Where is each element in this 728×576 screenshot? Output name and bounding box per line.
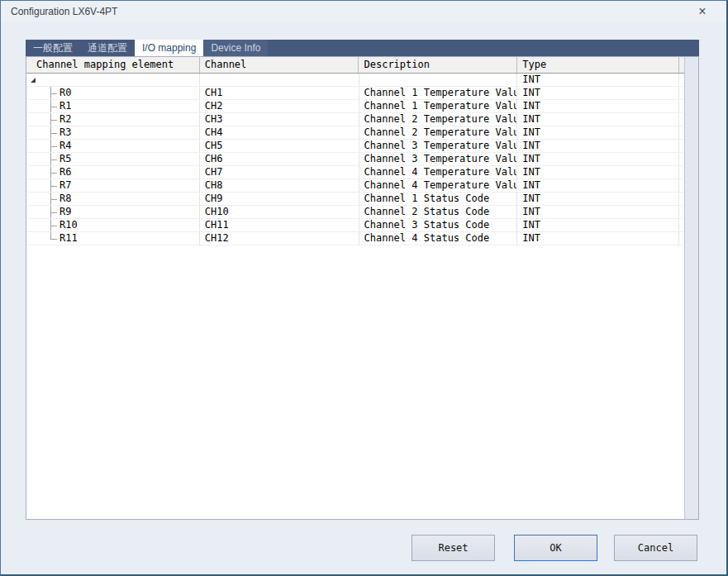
table-row[interactable]: R2 CH3 Channel 2 Temperature Value L INT	[26, 113, 684, 126]
cell-channel: CH10	[200, 206, 359, 218]
cell-channel: CH6	[200, 153, 359, 165]
cell-channel: CH9	[200, 193, 359, 205]
cell-element: R6	[59, 166, 71, 179]
cell-channel: CH2	[200, 100, 359, 112]
cell-element: R8	[59, 193, 71, 205]
column-header[interactable]: Channel mapping element	[26, 57, 200, 73]
cell-channel	[200, 74, 359, 86]
table-row[interactable]: R0 CH1 Channel 1 Temperature Value L INT	[26, 87, 684, 100]
table-row[interactable]: R5 CH6 Channel 3 Temperature Value H INT	[26, 153, 684, 166]
tab-2[interactable]: I/O mapping	[135, 40, 203, 56]
ok-button[interactable]: OK	[514, 535, 597, 561]
cell-description: Channel 3 Status Code	[359, 219, 518, 231]
cell-channel: CH3	[200, 113, 359, 126]
table-row[interactable]: R3 CH4 Channel 2 Temperature Value H INT	[26, 126, 684, 140]
cell-type: INT	[517, 113, 679, 126]
tree-branch-icon	[50, 193, 59, 205]
cell-type: INT	[517, 206, 679, 218]
tree-branch-icon	[50, 166, 59, 179]
cell-type: INT	[517, 87, 679, 99]
cell-description: Channel 2 Temperature Value L	[359, 113, 518, 126]
cell-type: INT	[517, 100, 679, 112]
column-header[interactable]: Channel	[200, 57, 359, 73]
cell-description: Channel 1 Status Code	[359, 193, 518, 205]
cell-element: R7	[59, 179, 71, 192]
cell-channel: CH11	[200, 219, 359, 231]
table-row[interactable]: R11 CH12 Channel 4 Status Code INT	[26, 232, 684, 245]
cell-element: R4	[59, 140, 71, 152]
window-title: Configuration LX6V-4PT	[11, 6, 117, 17]
tree-branch-icon	[50, 100, 59, 112]
cell-channel: CH8	[200, 179, 359, 192]
io-mapping-tabpage: Channel mapping elementChannelDescriptio…	[26, 56, 699, 520]
table-row[interactable]: R4 CH5 Channel 3 Temperature Value L INT	[26, 140, 684, 153]
table-row[interactable]: R9 CH10 Channel 2 Status Code INT	[26, 206, 684, 219]
cell-description: Channel 3 Temperature Value H	[359, 153, 518, 165]
configuration-dialog: Configuration LX6V-4PT × 一般配置通道配置I/O map…	[0, 0, 728, 576]
cell-type: INT	[517, 166, 679, 179]
cell-type: INT	[517, 153, 679, 165]
cell-channel: CH1	[200, 87, 359, 99]
table-root-row[interactable]: INT	[26, 74, 684, 87]
table-row[interactable]: R1 CH2 Channel 1 Temperature Value H INT	[26, 100, 684, 113]
tab-0[interactable]: 一般配置	[26, 40, 80, 56]
cell-channel: CH12	[200, 232, 359, 245]
titlebar: Configuration LX6V-4PT ×	[1, 1, 726, 22]
cell-type: INT	[517, 193, 679, 205]
table-row[interactable]: R7 CH8 Channel 4 Temperature Value H INT	[26, 179, 684, 193]
table-header-row: Channel mapping elementChannelDescriptio…	[26, 57, 684, 74]
table-row[interactable]: R8 CH9 Channel 1 Status Code INT	[26, 193, 684, 206]
tree-branch-icon	[50, 219, 59, 231]
cell-type: INT	[517, 179, 679, 192]
cell-description	[359, 74, 518, 86]
tree-branch-icon	[50, 126, 59, 139]
tab-1[interactable]: 通道配置	[80, 40, 135, 56]
tab-strip: 一般配置通道配置I/O mappingDevice Info	[26, 40, 699, 56]
cell-element: R2	[59, 113, 71, 126]
cell-description: Channel 4 Temperature Value H	[359, 179, 518, 192]
mapping-table: Channel mapping elementChannelDescriptio…	[26, 57, 685, 519]
cell-type: INT	[517, 219, 679, 231]
cell-channel: CH5	[200, 140, 359, 152]
cell-element: R9	[59, 206, 71, 218]
cell-type: INT	[517, 232, 679, 245]
cell-type: INT	[517, 126, 679, 139]
table-row[interactable]: R10 CH11 Channel 3 Status Code INT	[26, 219, 684, 232]
tree-branch-icon	[50, 87, 59, 99]
column-header	[679, 57, 684, 73]
cell-description: Channel 1 Temperature Value H	[359, 100, 518, 112]
cell-description: Channel 2 Temperature Value H	[359, 126, 518, 139]
tree-branch-icon	[50, 140, 59, 152]
tree-branch-icon	[50, 206, 59, 218]
cell-element: R1	[59, 100, 71, 112]
cell-element: R0	[59, 87, 71, 99]
tab-3[interactable]: Device Info	[203, 40, 268, 56]
table-row[interactable]: R6 CH7 Channel 4 Temperature Value L INT	[26, 166, 684, 179]
tree-branch-icon	[50, 232, 59, 245]
column-header[interactable]: Type	[517, 57, 679, 73]
cell-element: R3	[59, 126, 71, 139]
column-header[interactable]: Description	[359, 57, 517, 73]
reset-button[interactable]: Reset	[412, 535, 495, 561]
tree-branch-icon	[50, 113, 59, 126]
cell-element: R11	[59, 232, 78, 245]
cancel-button[interactable]: Cancel	[614, 535, 697, 561]
cell-description: Channel 4 Status Code	[359, 232, 518, 245]
cell-description: Channel 4 Temperature Value L	[359, 166, 518, 179]
cell-channel: CH7	[200, 166, 359, 179]
cell-type: INT	[517, 140, 679, 152]
cell-channel: CH4	[200, 126, 359, 139]
cell-type: INT	[517, 74, 679, 86]
cell-description: Channel 1 Temperature Value L	[359, 87, 518, 99]
tree-expander-icon[interactable]	[31, 78, 36, 83]
cell-element: R5	[59, 153, 71, 165]
vertical-scrollbar[interactable]	[685, 57, 698, 519]
tree-branch-icon	[50, 179, 59, 192]
table-body: INT R0 CH1 Channel 1 Temperature Value L…	[26, 74, 684, 245]
tree-branch-icon	[50, 153, 59, 165]
cell-description: Channel 2 Status Code	[359, 206, 518, 218]
close-icon[interactable]: ×	[687, 1, 718, 21]
cell-element: R10	[59, 219, 78, 231]
cell-description: Channel 3 Temperature Value L	[359, 140, 518, 152]
